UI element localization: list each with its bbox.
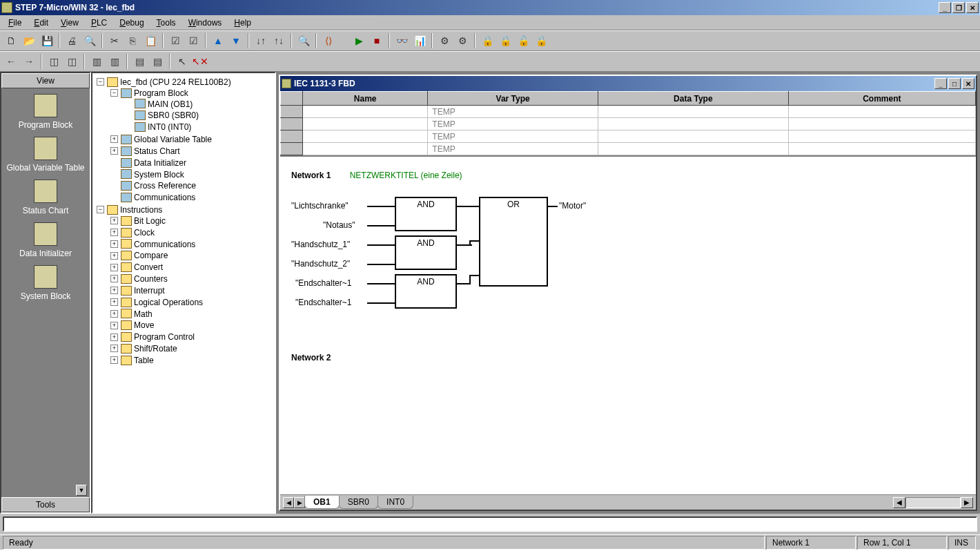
compile-icon[interactable]: ☑ [167,32,184,49]
and-block-3[interactable]: AND [395,274,457,309]
tab-scroll-left-icon[interactable]: ◀ [283,497,294,508]
editor-maximize-button[interactable]: □ [948,78,961,89]
menu-help[interactable]: Help [228,17,257,29]
fbd-diagram[interactable]: "Lichtschranke" "Notaus" "Handschutz_1" … [291,194,965,332]
sidebar-item-data-initializer[interactable]: Data Initializer [19,222,72,258]
row-header[interactable] [281,143,303,155]
sidebar-footer[interactable]: Tools [1,497,90,512]
network-1-title[interactable]: NETZWERKTITEL (eine Zeile) [350,171,462,180]
forward-icon[interactable]: → [21,53,37,70]
cell-vartype[interactable]: TEMP [428,143,598,155]
editor-close-button[interactable]: ✕ [962,78,974,89]
tool2-icon[interactable]: ⚙ [454,32,471,49]
cell-comment[interactable] [788,118,975,130]
row-header[interactable] [281,106,303,118]
variable-table[interactable]: NameVar TypeData TypeCommentTEMPTEMPTEMP… [280,91,976,155]
sidebar-item-status-chart[interactable]: Status Chart [23,180,69,215]
tree-instruction[interactable]: Shift/Rotate [134,344,177,354]
tree-node[interactable]: Status Chart [134,146,180,156]
stop-icon[interactable]: ■ [369,32,385,49]
tree-instruction[interactable]: Compare [134,251,168,260]
menu-windows[interactable]: Windows [183,17,228,29]
delete-row-icon[interactable]: ▥ [106,53,123,70]
expand-icon[interactable]: + [110,240,118,248]
expand-icon[interactable]: − [110,89,118,97]
tree-panel[interactable]: −Iec_fbd (CPU 224 REL100B2)−Program Bloc… [91,72,276,514]
table-header[interactable]: Name [303,92,428,106]
tree-node[interactable]: System Block [134,169,184,179]
tree-instruction[interactable]: Math [134,309,153,318]
cell-comment[interactable] [788,143,975,155]
expand-icon[interactable]: − [97,206,104,213]
tab-int0[interactable]: INT0 [378,496,413,509]
signal-lichtschranke[interactable]: "Lichtschranke" [291,201,349,211]
expand-icon[interactable]: − [97,78,104,86]
sidebar-item-program-block[interactable]: Program Block [19,94,73,130]
tree-sbr0[interactable]: SBR0 (SBR0) [148,110,199,120]
cell-name[interactable] [303,106,428,118]
tree-instruction[interactable]: Counters [134,274,168,284]
or-block[interactable]: OR [479,197,548,287]
sort-desc-icon[interactable]: ↑↓ [271,32,287,49]
delete-net-icon[interactable]: ◫ [63,53,80,70]
insert-row-icon[interactable]: ▥ [88,53,105,70]
signal-endschalter2[interactable]: "Endschalter~1 [295,298,351,307]
expand-icon[interactable]: + [110,275,118,282]
table-row[interactable]: TEMP [281,118,976,130]
bookmark-icon[interactable]: ⟨⟩ [320,32,337,49]
tab-sbr0[interactable]: SBR0 [339,496,378,509]
and-block-1[interactable]: AND [395,197,457,231]
new-icon[interactable]: 🗋 [3,32,19,49]
compile-all-icon[interactable]: ☑ [185,32,202,49]
run-icon[interactable]: ▶ [351,32,367,49]
table-header[interactable]: Data Type [598,92,788,106]
sidebar-item-global-variable-table[interactable]: Global Variable Table [7,137,85,173]
menu-edit[interactable]: Edit [28,17,54,29]
fbd-canvas[interactable]: Network 1 NETZWERKTITEL (eine Zeile) "Li… [280,155,976,494]
tree-main[interactable]: MAIN (OB1) [148,99,193,108]
editor-minimize-button[interactable]: _ [934,78,947,89]
print-icon[interactable]: 🖨 [63,32,80,49]
cut-icon[interactable]: ✂ [106,32,123,49]
tree-node[interactable]: Communications [134,193,195,202]
menu-file[interactable]: File [3,17,27,29]
save-icon[interactable]: 💾 [39,32,55,49]
expand-icon[interactable]: + [110,135,118,143]
table-header[interactable]: Comment [788,92,975,106]
expand-icon[interactable]: + [110,334,118,341]
table-row[interactable]: TEMP [281,106,976,118]
lock1-icon[interactable]: 🔒 [479,32,496,49]
menu-plc[interactable]: PLC [86,17,112,29]
cell-vartype[interactable]: TEMP [428,130,598,143]
tree-instructions[interactable]: Instructions [120,205,162,215]
row-header[interactable] [281,130,303,143]
cursor-del-icon[interactable]: ↖✕ [192,53,208,70]
open-icon[interactable]: 📂 [21,32,37,49]
expand-icon[interactable]: + [110,264,118,271]
tree-root[interactable]: Iec_fbd (CPU 224 REL100B2) [120,77,231,87]
signal-handschutz2[interactable]: "Handschutz_2" [291,259,350,269]
cell-comment[interactable] [788,106,975,118]
lock3-icon[interactable]: 🔒 [533,32,549,49]
tree-program-block[interactable]: Program Block [134,88,188,98]
copy-icon[interactable]: ⎘ [124,32,141,49]
tree-node[interactable]: Cross Reference [134,181,196,191]
tool1-icon[interactable]: ⚙ [436,32,453,49]
upload-icon[interactable]: ▼ [228,32,244,49]
tree-instruction[interactable]: Bit Logic [134,216,166,226]
cell-datatype[interactable] [598,118,788,130]
close-button[interactable]: ✕ [966,2,979,13]
tab-scroll-right-icon[interactable]: ▶ [294,497,305,508]
expand-icon[interactable]: + [110,298,118,306]
unlock-icon[interactable]: 🔓 [515,32,531,49]
table-row[interactable]: TEMP [281,143,976,155]
hscroll-right-icon[interactable]: ▶ [961,497,973,508]
minimize-button[interactable]: _ [939,2,951,13]
cell-vartype[interactable]: TEMP [428,118,598,130]
tree-instruction[interactable]: Move [134,320,154,330]
monitor-icon[interactable]: 👓 [393,32,410,49]
download-icon[interactable]: ▲ [210,32,226,49]
sort-asc-icon[interactable]: ↓↑ [253,32,269,49]
hscroll-left-icon[interactable]: ◀ [893,497,905,508]
expand-icon[interactable]: + [110,252,118,260]
